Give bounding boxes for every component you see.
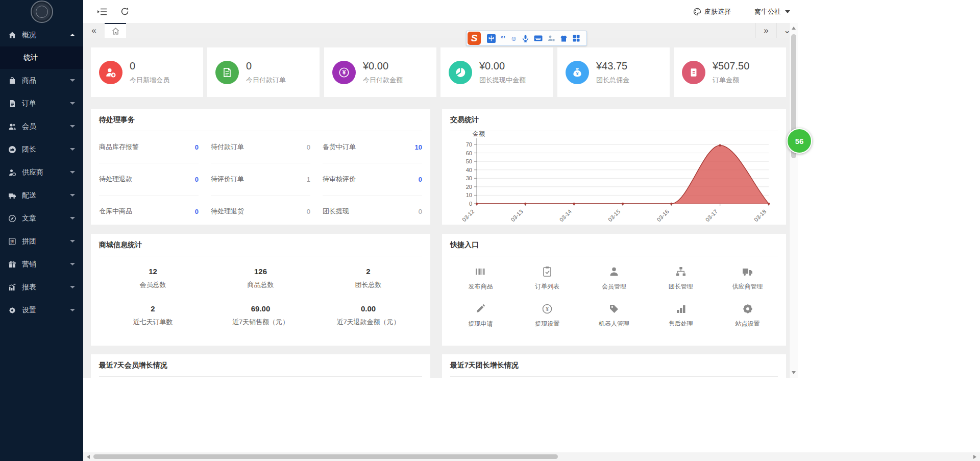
quick-entry-grid: 发布商品 订单列表 会员管理 团长管理 供应商管理 提现申请 ¥ 提现设置 <box>442 256 786 334</box>
stat-label: 团长总佣金 <box>596 76 629 85</box>
tab-home[interactable] <box>105 23 126 38</box>
sidebar-item-goods[interactable]: 商品 <box>0 69 83 92</box>
pending-item-review-audit[interactable]: 待审核评价0 <box>323 163 422 196</box>
skin-select-button[interactable]: 皮肤选择 <box>693 7 731 16</box>
mall-stat-week-refunds: 0.00近7天退款金额（元） <box>314 297 422 334</box>
quick-aftersale[interactable]: 售后处理 <box>647 297 714 334</box>
barcode-icon <box>474 265 486 278</box>
scroll-left-button[interactable] <box>84 452 92 461</box>
stat-value: ¥43.75 <box>596 60 629 72</box>
gift-icon <box>8 260 16 269</box>
ime-skin-button[interactable] <box>560 35 568 42</box>
chevron-down-icon <box>70 309 75 311</box>
sidebar-item-marketing[interactable]: 营销 <box>0 253 83 276</box>
pending-item-preparing-orders[interactable]: 备货中订单10 <box>323 131 422 163</box>
sidebar-item-supplier[interactable]: 供应商 <box>0 161 83 184</box>
ime-punctuation-toggle[interactable]: °’ <box>501 35 505 42</box>
ime-emoji-button[interactable]: ☺ <box>510 35 517 42</box>
horizontal-scrollbar-thumb[interactable] <box>93 454 558 459</box>
ime-keyboard-button[interactable] <box>534 35 543 41</box>
pending-item-refunds[interactable]: 待处理退款0 <box>99 163 199 196</box>
ime-logo-icon[interactable]: S <box>468 32 481 45</box>
stat-card-withdrawing: ¥0.00 团长提现中金额 <box>440 47 553 97</box>
truck-icon <box>742 265 754 278</box>
stat-label: 今日新增会员 <box>130 76 169 85</box>
quick-site-settings[interactable]: 站点设置 <box>714 297 781 334</box>
quick-withdraw-settings[interactable]: ¥ 提现设置 <box>514 297 581 334</box>
svg-text:0: 0 <box>469 201 472 207</box>
svg-text:¥: ¥ <box>546 306 549 312</box>
stat-value: ¥0.00 <box>479 60 526 72</box>
quick-member-manage[interactable]: 会员管理 <box>581 259 648 297</box>
pen-icon <box>474 303 486 315</box>
svg-text:03-16: 03-16 <box>655 208 670 223</box>
sidebar-collapse-button[interactable] <box>97 8 107 16</box>
pending-item-warehouse-goods[interactable]: 仓库中商品0 <box>99 196 199 227</box>
quick-entry-panel: 快捷入口 发布商品 订单列表 会员管理 团长管理 供应商管理 提现申请 <box>442 234 786 346</box>
scroll-up-button[interactable] <box>790 24 798 32</box>
floating-notification-badge[interactable]: 56 <box>787 128 812 154</box>
quick-leader-manage[interactable]: 团长管理 <box>647 259 714 297</box>
refresh-button[interactable] <box>120 7 129 16</box>
svg-text:40: 40 <box>466 167 472 173</box>
sitemap-icon <box>675 265 687 278</box>
sidebar-item-members[interactable]: 会员 <box>0 115 83 138</box>
mall-info-panel: 商城信息统计 12会员总数 126商品总数 2团长总数 2近七天订单数 69.0… <box>91 234 430 346</box>
quick-withdraw-apply[interactable]: 提现申请 <box>447 297 514 334</box>
sidebar-subitem-stats[interactable]: 统计 <box>0 46 83 69</box>
pending-item-stock-alert[interactable]: 商品库存报警0 <box>99 131 199 163</box>
chevron-down-icon <box>70 194 75 197</box>
sidebar-item-delivery[interactable]: 配送 <box>0 184 83 207</box>
user-name: 窝牛公社 <box>754 7 781 16</box>
sidebar-item-leader[interactable]: 团长 <box>0 138 83 161</box>
refresh-icon <box>120 7 129 16</box>
ime-language-toggle[interactable]: 中 <box>487 34 496 43</box>
mall-stat-week-sales: 69.00近7天销售额（元） <box>207 297 314 334</box>
sidebar-item-settings[interactable]: 设置 <box>0 299 83 322</box>
quick-publish-goods[interactable]: 发布商品 <box>447 259 514 297</box>
sidebar-item-label: 供应商 <box>22 168 43 177</box>
scroll-right-button[interactable] <box>971 452 979 461</box>
transaction-stats-panel: 交易统计 010203040506070金额03-1203-1303-1403-… <box>442 109 786 225</box>
scroll-down-button[interactable] <box>790 369 798 377</box>
quick-supplier-manage[interactable]: 供应商管理 <box>714 259 781 297</box>
pending-item-to-review-orders[interactable]: 待评价订单1 <box>211 163 310 196</box>
sidebar-item-articles[interactable]: 文章 <box>0 207 83 230</box>
pending-item-returns[interactable]: 待处理退货0 <box>211 196 310 227</box>
sidebar-item-orders[interactable]: 订单 <box>0 92 83 115</box>
tabs-scroll-right-button[interactable]: » <box>755 23 776 38</box>
quick-order-list[interactable]: 订单列表 <box>514 259 581 297</box>
chevron-down-icon <box>70 217 75 220</box>
shopping-bag-icon <box>8 77 16 85</box>
chevron-down-icon <box>785 10 790 13</box>
svg-text:30: 30 <box>466 175 472 181</box>
stat-label: 今日付款订单 <box>246 76 286 85</box>
chevron-down-icon <box>70 79 75 82</box>
logo-emblem-icon <box>31 1 53 23</box>
stat-value: 0 <box>246 60 286 72</box>
main-content: 0 今日新增会员 0 今日付款订单 ¥ ¥0.00 今日付款金额 ¥0.00 团… <box>83 38 789 378</box>
collapse-menu-icon <box>97 8 107 16</box>
ime-handwriting-button[interactable] <box>548 35 555 42</box>
tabs-scroll-left-button[interactable]: « <box>83 23 105 38</box>
chevron-down-icon <box>70 148 75 151</box>
panel-title: 交易统计 <box>450 109 778 131</box>
truck-icon <box>8 191 16 200</box>
ime-toolbox-button[interactable] <box>573 35 580 42</box>
horizontal-scrollbar[interactable] <box>83 452 980 461</box>
pending-item-leader-withdraw[interactable]: 团长提现0 <box>323 196 422 227</box>
sidebar-item-overview[interactable]: 概况 <box>0 23 83 46</box>
sidebar-item-reports[interactable]: 报表 <box>0 276 83 299</box>
chevron-down-icon <box>70 125 75 128</box>
document-icon <box>215 61 239 84</box>
yen-circle-icon: ¥ <box>541 303 553 315</box>
supplier-person-icon <box>8 168 16 177</box>
sidebar-item-groupbuy[interactable]: 拼 拼团 <box>0 230 83 253</box>
quick-robot-manage[interactable]: 机器人管理 <box>581 297 648 334</box>
user-menu[interactable]: 窝牛公社 <box>754 7 790 16</box>
ime-voice-button[interactable] <box>522 35 529 42</box>
vertical-scrollbar[interactable] <box>789 23 798 378</box>
stat-card-new-members: 0 今日新增会员 <box>91 47 203 97</box>
sidebar-item-label: 商品 <box>22 76 36 85</box>
pending-item-unpaid-orders[interactable]: 待付款订单0 <box>211 131 310 163</box>
